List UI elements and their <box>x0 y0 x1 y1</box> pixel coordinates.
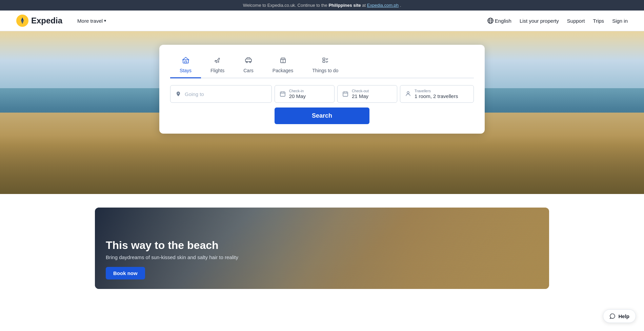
support-link[interactable]: Support <box>567 18 585 24</box>
tab-flights[interactable]: Flights <box>201 53 234 78</box>
tab-flights-label: Flights <box>210 68 224 73</box>
svg-rect-19 <box>280 92 285 96</box>
going-to-field: Going to <box>170 85 272 103</box>
header-nav: English List your property Support Trips… <box>487 18 628 24</box>
tab-things-to-do-label: Things to do <box>312 68 338 73</box>
travellers-value: 1 room, 2 travellers <box>415 93 458 99</box>
banner-link[interactable]: Expedia.com.ph <box>367 3 399 8</box>
more-travel-button[interactable]: More travel ▾ <box>75 17 109 25</box>
checkout-label: Check-out <box>352 89 369 93</box>
globe-icon <box>487 18 494 24</box>
checkin-input-wrapper[interactable]: Check-in 20 May <box>275 85 335 103</box>
top-banner: Welcome to Expedia.co.uk. Continue to th… <box>0 0 644 11</box>
calendar-icon-2 <box>342 91 348 97</box>
tab-cars-label: Cars <box>243 68 254 73</box>
tab-things-to-do[interactable]: Things to do <box>303 53 348 78</box>
going-to-input-wrapper[interactable]: Going to <box>170 85 272 103</box>
list-property-link[interactable]: List your property <box>520 18 559 24</box>
tab-stays[interactable]: Stays <box>170 53 201 78</box>
going-to-placeholder: Going to <box>185 91 204 97</box>
travellers-input-wrapper[interactable]: Travellers 1 room, 2 travellers <box>400 85 474 103</box>
logo[interactable]: Expedia <box>16 15 62 27</box>
svg-point-9 <box>246 61 247 63</box>
promo-section: This way to the beach Bring daydreams of… <box>0 194 644 289</box>
trips-link[interactable]: Trips <box>593 18 604 24</box>
search-fields: Going to Check-in 20 May <box>170 85 474 103</box>
calendar-icon <box>280 91 286 97</box>
travellers-field: Travellers 1 room, 2 travellers <box>400 85 474 103</box>
svg-rect-7 <box>185 61 187 63</box>
packages-icon <box>279 56 287 66</box>
svg-point-27 <box>407 92 409 94</box>
travellers-label: Travellers <box>415 89 458 93</box>
checkin-label: Check-in <box>289 89 306 93</box>
location-icon <box>175 91 181 97</box>
chevron-down-icon: ▾ <box>104 18 106 23</box>
header: Expedia More travel ▾ English List your … <box>0 11 644 31</box>
search-box: Stays Flights Cars Packages <box>159 45 485 134</box>
svg-rect-23 <box>343 92 348 96</box>
checkout-input-wrapper[interactable]: Check-out 21 May <box>337 85 397 103</box>
svg-rect-6 <box>183 60 188 63</box>
checkin-field: Check-in 20 May <box>275 85 335 103</box>
expedia-logo-icon <box>16 15 28 27</box>
person-icon <box>405 91 411 97</box>
hero-section: Stays Flights Cars Packages <box>0 31 644 194</box>
banner-text: Welcome to Expedia.co.uk. Continue to th… <box>243 3 401 8</box>
promo-subtitle: Bring daydreams of sun-kissed skin and s… <box>106 254 238 260</box>
checkout-value: 21 May <box>352 93 369 99</box>
tab-cars[interactable]: Cars <box>234 53 263 78</box>
svg-rect-13 <box>323 58 325 60</box>
promo-title: This way to the beach <box>106 239 238 252</box>
tab-packages[interactable]: Packages <box>263 53 303 78</box>
logo-text: Expedia <box>31 16 62 25</box>
svg-point-10 <box>249 61 251 63</box>
book-now-button[interactable]: Book now <box>106 267 145 279</box>
promo-card: This way to the beach Bring daydreams of… <box>95 208 549 289</box>
signin-link[interactable]: Sign in <box>612 18 628 24</box>
cars-icon <box>245 56 252 66</box>
things-to-do-icon <box>322 56 329 66</box>
flights-icon <box>214 56 221 66</box>
checkin-value: 20 May <box>289 93 306 99</box>
tab-packages-label: Packages <box>273 68 293 73</box>
tab-stays-label: Stays <box>180 68 192 73</box>
search-button-wrap: Search <box>170 108 474 124</box>
search-tabs: Stays Flights Cars Packages <box>170 53 474 78</box>
checkout-field: Check-out 21 May <box>337 85 397 103</box>
stays-icon <box>182 56 189 66</box>
language-selector[interactable]: English <box>487 18 511 24</box>
search-button[interactable]: Search <box>275 108 369 124</box>
svg-rect-14 <box>323 61 325 62</box>
promo-content: This way to the beach Bring daydreams of… <box>95 230 249 289</box>
